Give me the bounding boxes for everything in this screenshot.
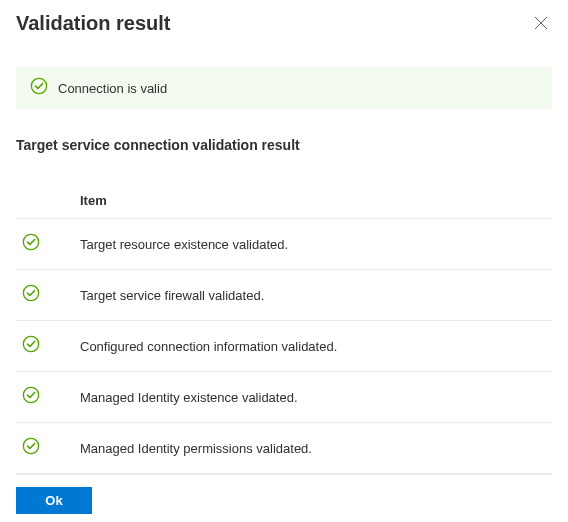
row-item-text: Managed Identity permissions validated.	[80, 441, 312, 456]
close-icon	[534, 16, 548, 33]
svg-point-1	[23, 234, 38, 249]
section-subtitle: Target service connection validation res…	[16, 137, 552, 153]
row-status-cell	[16, 335, 80, 357]
svg-point-4	[23, 387, 38, 402]
column-header-item: Item	[80, 193, 107, 208]
success-check-icon	[22, 437, 40, 459]
table-row: Managed Identity existence validated.	[16, 372, 552, 423]
table-row: Configured connection information valida…	[16, 321, 552, 372]
validation-result-panel: Validation result Connection is valid Ta…	[0, 0, 568, 522]
panel-footer: Ok	[16, 474, 552, 522]
table-row: Target service firewall validated.	[16, 270, 552, 321]
row-status-cell	[16, 233, 80, 255]
row-item-text: Target service firewall validated.	[80, 288, 264, 303]
success-check-icon	[22, 335, 40, 357]
row-status-cell	[16, 437, 80, 459]
table-row: Target resource existence validated.	[16, 219, 552, 270]
table-row: Managed Identity permissions validated.	[16, 423, 552, 474]
row-item-text: Target resource existence validated.	[80, 237, 288, 252]
svg-point-0	[31, 78, 46, 93]
panel-header: Validation result	[16, 12, 552, 37]
panel-content: Connection is valid Target service conne…	[16, 67, 552, 474]
validation-table: Item Target resource existence validated…	[16, 193, 552, 474]
ok-button[interactable]: Ok	[16, 487, 92, 514]
row-status-cell	[16, 386, 80, 408]
success-check-icon	[22, 233, 40, 255]
row-item-text: Managed Identity existence validated.	[80, 390, 298, 405]
success-check-icon	[30, 77, 48, 99]
status-banner: Connection is valid	[16, 67, 552, 109]
close-button[interactable]	[530, 12, 552, 37]
success-check-icon	[22, 284, 40, 306]
svg-point-3	[23, 336, 38, 351]
status-message: Connection is valid	[58, 81, 167, 96]
row-status-cell	[16, 284, 80, 306]
success-check-icon	[22, 386, 40, 408]
svg-point-2	[23, 285, 38, 300]
svg-point-5	[23, 438, 38, 453]
panel-title: Validation result	[16, 12, 170, 35]
table-header: Item	[16, 193, 552, 219]
row-item-text: Configured connection information valida…	[80, 339, 337, 354]
